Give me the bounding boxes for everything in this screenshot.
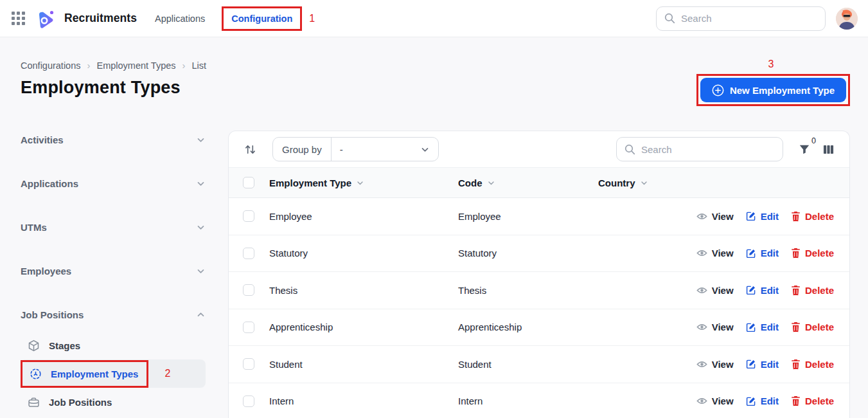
group-by-label: Group by [273,138,332,161]
edit-pencil-icon [746,285,756,295]
top-navbar: Recruitments Applications Configuration … [0,0,868,37]
table-search-field[interactable] [641,144,775,155]
cell-employment-type: Apprenticeship [269,322,458,332]
breadcrumb-separator: › [87,60,91,71]
nav-tab-configuration[interactable]: Configuration [231,14,292,24]
row-checkbox[interactable] [243,322,254,333]
sidebar-item-job-positions[interactable]: Job Positions [21,388,206,416]
table-search-input[interactable] [616,137,783,161]
column-header-employment-type[interactable]: Employment Type [269,177,458,188]
edit-button[interactable]: Edit [746,211,779,222]
breadcrumb-configurations[interactable]: Configurations [21,60,81,71]
delete-button[interactable]: Delete [791,285,834,296]
sidebar-section-activities[interactable]: Activities [21,131,206,149]
cell-code: Apprenticeship [458,322,598,332]
edit-button[interactable]: Edit [746,248,779,259]
cell-code: Student [458,359,598,370]
cell-employment-type: Thesis [269,285,458,296]
cell-code: Employee [458,211,598,222]
trash-icon [791,211,801,222]
eye-icon [696,211,707,222]
filter-button[interactable]: 0 [799,143,810,155]
new-button-label: New Employment Type [730,85,835,96]
sidebar-section-applications[interactable]: Applications [21,174,206,192]
table-row: Intern Intern View Edit Delete [229,383,849,418]
delete-button[interactable]: Delete [791,248,834,259]
row-checkbox[interactable] [243,210,254,222]
table-row: Statutory Statutory View Edit Delete [229,235,849,273]
column-header-country[interactable]: Country [598,177,834,188]
eye-icon [696,359,707,370]
columns-icon[interactable] [823,144,834,155]
chevron-down-icon [196,266,206,276]
row-checkbox[interactable] [243,284,254,296]
breadcrumb-list[interactable]: List [192,60,207,71]
cell-employment-type: Statutory [269,248,458,259]
sidebar-section-job-positions[interactable]: Job Positions [21,305,206,323]
column-header-code[interactable]: Code [458,177,598,188]
cell-code: Statutory [458,248,598,259]
select-all-checkbox[interactable] [243,177,254,188]
sidebar-section-utms[interactable]: UTMs [21,218,206,236]
job-positions-children: Stages Employment Types 2 [21,331,206,416]
breadcrumb-employment-types[interactable]: Employment Types [97,60,176,71]
trash-icon [791,248,801,259]
group-by-select[interactable]: Group by - [272,137,439,161]
annotation-number-2: 2 [164,368,170,379]
page-title: Employment Types [21,78,181,98]
annotation-number-1: 1 [309,13,315,24]
plus-circle-icon [712,84,724,96]
annotation-box-configuration: Configuration [222,6,302,31]
sidebar-item-stages[interactable]: Stages [21,331,206,359]
edit-button[interactable]: Edit [746,285,779,296]
edit-button[interactable]: Edit [746,395,779,406]
trash-icon [791,285,801,296]
view-button[interactable]: View [696,248,734,259]
filter-count-badge: 0 [811,136,816,145]
sidebar-section-employees[interactable]: Employees [21,262,206,280]
table-header-row: Employment Type Code Country [229,167,849,198]
delete-button[interactable]: Delete [791,359,834,370]
config-sidebar: Activities Applications UTMs Employees [21,131,206,418]
chevron-down-icon [196,135,206,145]
chevron-down-icon [196,179,206,188]
global-search-input[interactable] [656,6,826,31]
table-row: Apprenticeship Apprenticeship View Edit … [229,309,849,347]
eye-icon [696,322,707,332]
row-checkbox[interactable] [243,358,254,370]
delete-button[interactable]: Delete [791,395,834,406]
view-button[interactable]: View [696,285,734,296]
table-toolbar: Group by - [229,131,849,167]
app-logo-icon[interactable] [35,8,56,29]
delete-button[interactable]: Delete [791,211,834,222]
user-avatar[interactable] [836,8,858,30]
briefcase-icon [27,395,40,409]
edit-pencil-icon [746,396,756,406]
row-checkbox[interactable] [243,395,254,407]
view-button[interactable]: View [696,322,734,332]
view-button[interactable]: View [696,211,734,222]
row-checkbox[interactable] [243,248,254,259]
global-search-field[interactable] [681,13,817,24]
edit-button[interactable]: Edit [746,322,779,332]
delete-button[interactable]: Delete [791,322,834,332]
new-employment-type-button[interactable]: New Employment Type [700,78,846,102]
nav-tab-applications[interactable]: Applications [155,14,205,24]
app-grid-icon[interactable] [12,12,25,25]
table-row: Thesis Thesis View Edit Delete [229,272,849,309]
view-button[interactable]: View [696,359,734,370]
sidebar-item-employment-types[interactable]: Employment Types 2 [21,359,206,388]
trash-icon [791,322,801,332]
edit-pencil-icon [746,322,756,332]
cell-code: Thesis [458,285,598,296]
edit-button[interactable]: Edit [746,359,779,370]
edit-pencil-icon [746,211,756,221]
sort-icon[interactable] [244,143,256,156]
chevron-down-icon [196,223,206,232]
chevron-down-icon [487,179,495,187]
cell-employment-type: Intern [269,395,458,406]
annotation-number-3: 3 [768,59,774,70]
employment-types-table-card: Group by - [228,131,850,418]
view-button[interactable]: View [696,395,734,406]
table-row: Employee Employee View Edit Delete [229,198,849,235]
